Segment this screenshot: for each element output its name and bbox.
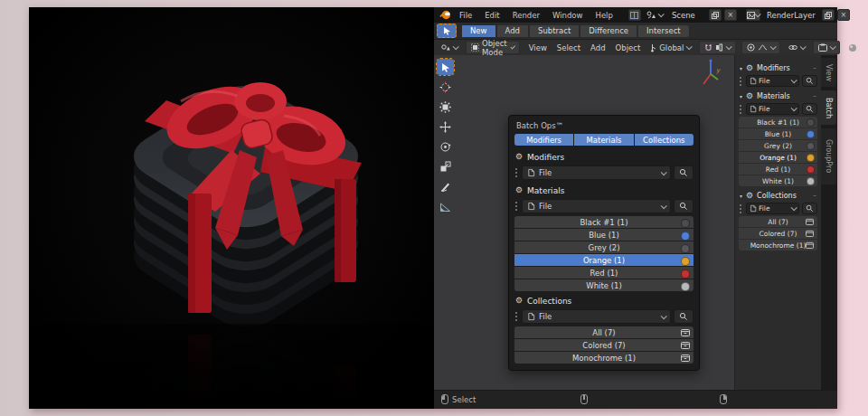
materials-file-dropdown[interactable]: File <box>522 199 671 213</box>
materials-search-button[interactable] <box>674 199 693 213</box>
render-layer-copy-button[interactable] <box>822 9 835 21</box>
tab-materials[interactable]: Materials <box>574 134 633 146</box>
panel-options-icon[interactable]: – <box>813 64 816 72</box>
drag-grip-icon[interactable] <box>740 77 741 79</box>
snap-toggle[interactable] <box>699 41 736 54</box>
collections-file-dropdown[interactable]: File <box>522 309 671 324</box>
menu-edit[interactable]: Edit <box>478 11 505 20</box>
workspace-icon[interactable] <box>628 9 641 21</box>
menu-add[interactable]: Add <box>590 43 605 52</box>
drag-grip-icon[interactable] <box>515 202 517 203</box>
axis-gizmo[interactable]: y <box>699 58 724 89</box>
collection-row[interactable]: Monochrome (1) <box>514 352 693 364</box>
tool-cursor[interactable] <box>437 79 454 95</box>
collection-row[interactable]: All (7) <box>739 216 817 227</box>
sidebar-modifiers-header[interactable]: ▾ ⚙ Modifiers – <box>739 61 817 74</box>
chevron-down-icon <box>830 43 836 50</box>
collections-section-header[interactable]: ⚙ Collections <box>514 293 693 308</box>
sidebar-tab-grouppro[interactable]: GroupPro <box>821 128 836 184</box>
material-row[interactable]: White (1) <box>739 175 817 186</box>
drag-grip-icon[interactable] <box>740 105 741 107</box>
right-mouse-icon <box>720 394 727 404</box>
proportional-edit-toggle[interactable] <box>741 41 780 54</box>
collection-box-icon <box>681 328 690 336</box>
view-layer-button[interactable] <box>746 9 760 21</box>
tool-annotate[interactable] <box>437 178 454 194</box>
sidebar-materials-header[interactable]: ▾ ⚙ Materials – <box>739 90 817 102</box>
collection-row[interactable]: Colored (7) <box>514 339 693 351</box>
scene-copy-button[interactable] <box>709 9 722 21</box>
material-row[interactable]: Blue (1) <box>514 229 693 241</box>
render-layer-name-field[interactable]: RenderLayer <box>763 11 819 20</box>
material-row[interactable]: Black #1 (1) <box>739 117 817 128</box>
scene-browse-button[interactable] <box>644 9 665 21</box>
menu-window[interactable]: Window <box>546 11 590 20</box>
material-row[interactable]: Red (1) <box>739 164 817 175</box>
modifiers-section-header[interactable]: ⚙ Modifiers <box>514 149 693 165</box>
panel-options-icon[interactable]: – <box>813 92 816 100</box>
material-row[interactable]: Orange (1) <box>514 254 693 266</box>
material-swatch <box>807 177 815 185</box>
material-row[interactable]: Grey (2) <box>739 140 817 151</box>
panel-options-icon[interactable]: – <box>813 192 816 200</box>
sidebar-tab-batch[interactable]: Batch <box>821 90 836 125</box>
tool-move[interactable] <box>437 118 454 135</box>
material-swatch <box>681 282 690 291</box>
chevron-down-icon <box>453 43 459 50</box>
transform-orientation-dropdown[interactable]: Global <box>646 42 693 53</box>
tab-modifiers[interactable]: Modifiers <box>514 134 573 146</box>
sidebar-collections-header[interactable]: ▾ ⚙ Collections – <box>739 189 817 202</box>
modifiers-search-button[interactable] <box>674 165 693 180</box>
tool-rotate[interactable] <box>437 138 454 155</box>
collection-row[interactable]: Monochrome (1) <box>739 240 817 251</box>
menu-file[interactable]: File <box>453 11 478 20</box>
materials-section-header[interactable]: ⚙ Materials <box>514 183 693 198</box>
modifiers-file-dropdown[interactable]: File <box>522 165 671 180</box>
mode-dropdown[interactable]: Object Mode <box>466 41 520 54</box>
boolean-add-button[interactable]: Add <box>497 25 528 37</box>
material-row[interactable]: Blue (1) <box>739 128 817 139</box>
material-row[interactable]: Red (1) <box>514 267 693 279</box>
material-row[interactable]: White (1) <box>514 279 693 291</box>
collection-visibility-dropdown[interactable] <box>813 41 840 54</box>
material-row[interactable]: Orange (1) <box>739 152 817 163</box>
sidebar-collections-file-row: File <box>739 203 817 214</box>
collection-row[interactable]: All (7) <box>514 326 693 338</box>
pivot-point-dropdown[interactable] <box>786 42 807 53</box>
sidebar-modifiers-search-button[interactable] <box>802 75 817 87</box>
sidebar-collections-search-button[interactable] <box>802 203 817 214</box>
drag-grip-icon[interactable] <box>515 312 517 314</box>
sidebar-modifiers-file-dropdown[interactable]: File <box>746 75 799 87</box>
boolean-new-button[interactable]: New <box>462 25 495 37</box>
sidebar-tab-view[interactable]: View <box>821 58 836 87</box>
menu-object[interactable]: Object <box>616 43 641 52</box>
tool-scale[interactable] <box>437 158 454 175</box>
boolean-difference-button[interactable]: Difference <box>580 25 637 37</box>
menu-view[interactable]: View <box>529 43 547 52</box>
menu-select[interactable]: Select <box>557 43 580 52</box>
drag-grip-icon[interactable] <box>515 168 517 170</box>
menu-help[interactable]: Help <box>589 11 618 20</box>
viewport-3d[interactable]: y Batch Ops™ Modifiers Materials Collect… <box>434 55 837 390</box>
shading-mode-button[interactable] <box>845 42 860 53</box>
scene-close-button[interactable]: × <box>724 9 737 21</box>
collection-row[interactable]: Colored (7) <box>739 228 817 239</box>
boolean-subtract-button[interactable]: Subtract <box>530 25 579 37</box>
tab-collections[interactable]: Collections <box>635 134 693 146</box>
active-tool-button[interactable] <box>437 24 457 38</box>
material-row[interactable]: Black #1 (1) <box>514 216 693 228</box>
sidebar-materials-file-dropdown[interactable]: File <box>746 103 799 115</box>
sidebar-collections-file-dropdown[interactable]: File <box>746 203 799 214</box>
material-row[interactable]: Grey (2) <box>514 241 693 253</box>
editor-type-button[interactable] <box>439 42 460 53</box>
boolean-intersect-button[interactable]: Intersect <box>638 25 689 37</box>
drag-grip-icon[interactable] <box>740 204 741 206</box>
sidebar-materials-search-button[interactable] <box>802 103 817 115</box>
tool-select-box[interactable] <box>437 59 454 75</box>
tool-transform[interactable] <box>437 99 454 115</box>
collections-search-button[interactable] <box>674 309 693 324</box>
tool-measure[interactable] <box>437 198 454 214</box>
render-layer-close-button[interactable]: × <box>837 9 850 21</box>
menu-render[interactable]: Render <box>506 11 546 20</box>
scene-name-field[interactable]: Scene <box>668 11 706 20</box>
